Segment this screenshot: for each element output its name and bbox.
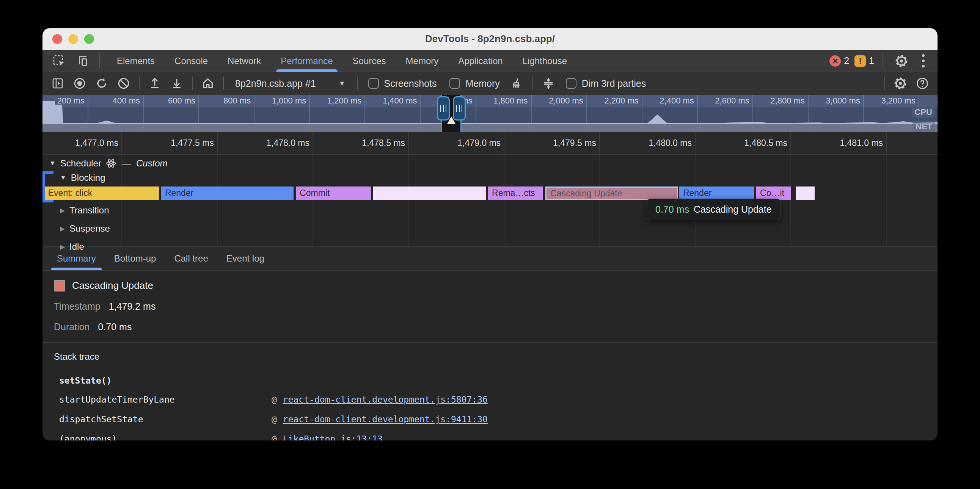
group-blocking[interactable]: ▼ Blocking <box>43 172 937 183</box>
issue-count: 1 <box>869 56 874 66</box>
toggle-sidebar-icon[interactable] <box>48 75 67 92</box>
flamechart-event-bar[interactable]: Commit <box>296 186 372 200</box>
stack-frame-source-link[interactable]: LikeButton.js:13:13 <box>283 434 383 440</box>
record-and-reload-icon[interactable] <box>92 75 111 92</box>
panel-tab[interactable]: Memory <box>396 50 449 71</box>
console-errors-badge[interactable]: ✕ 2 <box>829 56 849 67</box>
chevron-down-icon: ▼ <box>339 79 345 87</box>
selection-left-handle[interactable] <box>437 96 450 121</box>
panel-tab[interactable]: Application <box>448 50 512 71</box>
dash-separator: — <box>122 158 131 169</box>
disclosure-triangle-icon[interactable]: ▶ <box>60 243 65 251</box>
target-selector-dropdown[interactable]: 8p2n9n.csb.app #1 ▼ <box>229 78 352 89</box>
summary-row: Duration 0.70 ms <box>54 321 937 332</box>
panel-tab[interactable]: Sources <box>343 50 396 71</box>
flamechart-event-bar[interactable]: Cascading Update <box>546 186 678 200</box>
timeline-overview[interactable]: 200 ms 400 ms 600 ms 800 ms <box>43 95 937 132</box>
checkbox-icon <box>368 78 379 89</box>
panel-tab[interactable]: Lighthouse <box>513 50 577 71</box>
separator <box>139 76 140 90</box>
dim-3rd-parties-label: Dim 3rd parties <box>582 78 646 89</box>
upload-profile-icon[interactable] <box>145 75 165 92</box>
stack-frame-at: @ <box>272 434 277 440</box>
group-row[interactable]: ▶ Suspense <box>43 221 937 237</box>
flamechart-event-bar[interactable]: Render <box>679 186 755 200</box>
timeline-ruler[interactable]: 1,477.0 ms 1,477.5 ms 1,478.0 ms 1,478.5… <box>43 132 937 155</box>
overview-selection-window[interactable] <box>437 95 466 132</box>
checkbox-icon <box>566 78 576 89</box>
memory-checkbox[interactable]: Memory <box>444 78 505 89</box>
collapse-tracks-icon[interactable] <box>539 75 558 92</box>
collapsed-groups: ▶ Transition ▶ Suspense ▶ Idle <box>43 202 937 255</box>
record-icon[interactable] <box>70 75 89 92</box>
flamechart-event-bar[interactable]: Render <box>161 186 295 200</box>
flamechart-event-bar[interactable]: Co…it <box>756 186 792 200</box>
event-tooltip: 0.70 msCascading Update <box>647 198 781 220</box>
group-label: Transition <box>69 205 109 216</box>
summary-row-label: Timestamp <box>54 301 100 312</box>
tooltip-duration: 0.70 ms <box>655 204 689 214</box>
summary-row-value: 1,479.2 ms <box>109 301 156 312</box>
flamechart-event-bar[interactable]: Event: click <box>45 186 161 200</box>
device-toolbar-icon[interactable] <box>73 52 92 70</box>
flamechart-event-bar[interactable]: Rema…cts <box>488 186 544 200</box>
stack-trace-panel: Stack trace setState() startUpdateTimerB… <box>43 343 937 440</box>
minimize-window-button[interactable] <box>68 34 78 44</box>
capture-settings-gear-icon[interactable] <box>891 75 910 92</box>
disclosure-triangle-icon[interactable]: ▶ <box>60 206 65 214</box>
separator <box>223 76 224 90</box>
error-count: 2 <box>844 56 849 66</box>
stack-frame: (anonymous) @ LikeButton.js:13:13 <box>59 433 937 440</box>
flamechart-event-bar[interactable] <box>796 186 816 200</box>
panel-tab[interactable]: Performance <box>271 50 342 71</box>
summary-row-label: Duration <box>54 321 90 332</box>
close-window-button[interactable] <box>52 34 62 44</box>
console-issues-badge[interactable]: ! 1 <box>854 56 874 67</box>
panel-tab[interactable]: Network <box>218 50 271 71</box>
clear-icon[interactable] <box>114 75 134 92</box>
network-activity-band <box>43 124 937 132</box>
summary-row: Timestamp 1,479.2 ms <box>54 301 937 312</box>
stack-trace-header: setState() <box>59 376 937 386</box>
help-icon[interactable] <box>913 75 932 92</box>
separator <box>357 76 358 90</box>
disclosure-triangle-icon[interactable]: ▶ <box>60 225 65 233</box>
stack-frame-function: (anonymous) <box>59 434 272 440</box>
stack-frame: startUpdateTimerByLane @ react-dom-clien… <box>59 394 937 405</box>
group-row[interactable]: ▶ Idle <box>43 239 937 255</box>
stack-frame-source-link[interactable]: react-dom-client.development.js:5807:36 <box>283 395 488 405</box>
summary-title: Cascading Update <box>72 280 153 292</box>
devtools-tabbar: Elements Console Network Performance Sou… <box>43 50 937 72</box>
garbage-collect-broom-icon[interactable] <box>508 75 527 92</box>
group-row[interactable]: ▶ Transition <box>43 202 937 218</box>
inspect-element-icon[interactable] <box>49 52 69 70</box>
zoom-window-button[interactable] <box>84 34 94 44</box>
panel-tab[interactable]: Console <box>165 50 218 71</box>
traffic-lights <box>52 28 94 50</box>
summary-row-value: 0.70 ms <box>98 321 132 332</box>
separator <box>99 54 100 68</box>
more-options-kebab-icon[interactable] <box>917 51 930 70</box>
stack-frame-source-link[interactable]: react-dom-client.development.js:9411:30 <box>283 414 488 424</box>
download-profile-icon[interactable] <box>167 75 186 92</box>
track-header-scheduler[interactable]: ▼ Scheduler — Custom <box>43 155 937 172</box>
separator <box>885 76 885 90</box>
summary-panel: Cascading Update Timestamp 1,479.2 ms Du… <box>43 271 937 342</box>
disclosure-triangle-icon[interactable]: ▼ <box>60 174 66 182</box>
group-label: Suspense <box>69 223 110 234</box>
panel-tab[interactable]: Elements <box>107 50 165 71</box>
screenshots-label: Screenshots <box>384 78 437 89</box>
disclosure-triangle-icon[interactable]: ▼ <box>49 160 56 167</box>
selection-right-handle[interactable] <box>453 96 466 121</box>
window-titlebar: DevTools - 8p2n9n.csb.app/ <box>43 28 937 50</box>
error-icon: ✕ <box>829 56 841 67</box>
screenshots-checkbox[interactable]: Screenshots <box>363 78 442 89</box>
target-selector-value: 8p2n9n.csb.app #1 <box>235 78 316 89</box>
settings-gear-icon[interactable] <box>892 52 912 70</box>
dim-3rd-parties-checkbox[interactable]: Dim 3rd parties <box>560 78 652 89</box>
flamechart-track-area[interactable]: ▼ Scheduler — Custom ▼ Blocking Event: c… <box>43 155 937 246</box>
track-kind-label: Custom <box>136 158 168 169</box>
desktop-background: DevTools - 8p2n9n.csb.app/ <box>0 0 980 489</box>
home-icon[interactable] <box>198 75 218 92</box>
flamechart-event-bar[interactable] <box>373 186 487 200</box>
